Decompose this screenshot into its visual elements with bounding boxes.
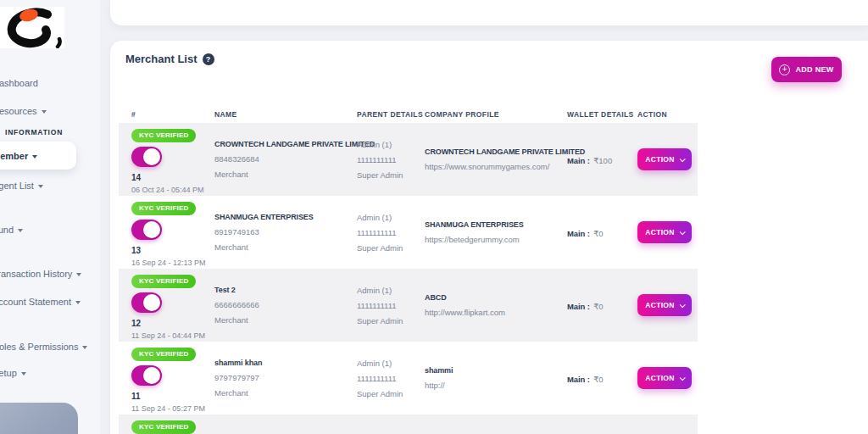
- parent-phone: 1111111111: [357, 228, 425, 237]
- chevron-down-icon: [21, 372, 26, 376]
- kyc-verified-badge: KYC VERIFIED: [131, 202, 196, 215]
- row-wallet-cell: Main : ₹0: [567, 196, 637, 269]
- sidebar-promo-card: [0, 403, 78, 434]
- merchant-list-card: Merchant List ? ADD NEW # NAME PARENT DE…: [110, 41, 868, 434]
- action-button[interactable]: ACTION: [637, 148, 692, 170]
- merchant-name: SHANMUGA ENTERPRISES: [214, 213, 357, 221]
- plus-icon: [779, 64, 790, 75]
- chevron-down-icon: [18, 229, 23, 232]
- status-toggle[interactable]: [131, 292, 162, 313]
- action-button[interactable]: ACTION: [637, 221, 692, 243]
- row-action-cell: [637, 415, 698, 434]
- wallet-label: Main :: [567, 302, 590, 311]
- table-header: # NAME PARENT DETAILS COMPANY PROFILE WA…: [119, 105, 698, 123]
- column-header-index: #: [131, 110, 214, 119]
- row-name-cell: CROWNTECH LANDGAME PRIVATE LIMITED 88483…: [214, 123, 357, 196]
- company-url[interactable]: https://betedgerummy.com: [425, 235, 567, 244]
- sidebar-section-information: INFORMATION: [5, 128, 63, 136]
- action-button[interactable]: ACTION: [637, 367, 692, 389]
- sidebar-item-resources[interactable]: Resources: [0, 106, 47, 116]
- row-wallet-cell: Main : ₹100: [567, 123, 637, 196]
- toggle-knob: [143, 148, 160, 165]
- company-name: ABCD: [425, 293, 567, 302]
- merchant-phone: 6666666666: [214, 300, 357, 309]
- wallet-label: Main :: [567, 156, 590, 165]
- sidebar-item-dashboard[interactable]: Dashboard: [0, 78, 38, 88]
- row-company-cell: SHANMUGA ENTERPRISES https://betedgerumm…: [425, 196, 567, 269]
- row-status-cell: KYC VERIFIED 12 11 Sep 24 - 04:44 PM: [131, 269, 214, 342]
- merchant-role: Merchant: [214, 170, 357, 179]
- row-status-cell: KYC VERIFIED 13 16 Sep 24 - 12:13 PM: [131, 196, 214, 269]
- parent-role: Super Admin: [357, 170, 425, 180]
- parent-role: Super Admin: [357, 243, 425, 253]
- chevron-down-icon: [75, 301, 81, 304]
- sidebar-item-member[interactable]: Member: [0, 142, 76, 170]
- company-url[interactable]: http://www.flipkart.com: [425, 308, 567, 317]
- status-toggle[interactable]: [131, 147, 162, 167]
- action-button[interactable]: ACTION: [637, 294, 692, 316]
- help-icon[interactable]: ?: [203, 53, 214, 65]
- chevron-down-icon: [679, 375, 685, 381]
- row-parent-cell: [357, 415, 425, 434]
- sidebar-item-setup[interactable]: Setup: [0, 368, 26, 378]
- add-new-button[interactable]: ADD NEW: [771, 57, 842, 82]
- merchant-name: Test 2: [214, 286, 357, 294]
- row-company-cell: ABCD http://www.flipkart.com: [425, 269, 567, 342]
- merchant-rows: KYC VERIFIED 14 06 Oct 24 - 05:44 PM CRO…: [119, 123, 698, 434]
- merchant-role: Merchant: [214, 388, 357, 398]
- merchant-id: 11: [131, 392, 141, 401]
- merchant-date: 06 Oct 24 - 05:44 PM: [131, 186, 204, 194]
- sidebar-item-account-statement[interactable]: Account Statement: [0, 297, 81, 307]
- status-toggle[interactable]: [131, 365, 162, 386]
- merchant-id: 14: [131, 173, 141, 182]
- row-name-cell: SHANMUGA ENTERPRISES 8919749163 Merchant: [214, 196, 357, 269]
- row-name-cell: [214, 415, 357, 434]
- toggle-knob: [143, 221, 160, 238]
- sidebar-item-transaction-history[interactable]: Transaction History: [0, 269, 81, 279]
- kyc-verified-badge: KYC VERIFIED: [131, 275, 196, 288]
- parent-phone: 1111111111: [357, 301, 425, 310]
- parent-name: Admin (1): [357, 140, 425, 149]
- company-url[interactable]: http://: [425, 381, 567, 390]
- merchant-date: 16 Sep 24 - 12:13 PM: [131, 259, 206, 267]
- merchant-role: Merchant: [214, 242, 357, 252]
- row-status-cell: KYC VERIFIED 14 06 Oct 24 - 05:44 PM: [131, 123, 214, 196]
- chevron-down-icon: [679, 156, 685, 162]
- row-action-cell: ACTION: [637, 342, 698, 415]
- table-row: KYC VERIFIED 14 06 Oct 24 - 05:44 PM CRO…: [119, 123, 698, 196]
- table-row: KYC VERIFIED 11 11 Sep 24 - 05:27 PM sha…: [119, 342, 698, 415]
- row-company-cell: [425, 415, 567, 434]
- company-name: SHANMUGA ENTERPRISES: [425, 220, 567, 229]
- column-header-action: ACTION: [637, 110, 698, 119]
- merchant-name: CROWNTECH LANDGAME PRIVATE LIMITED: [214, 140, 357, 148]
- brand-logo[interactable]: [0, 7, 64, 48]
- brand-swoosh-icon: [0, 7, 64, 48]
- column-header-wallet-details: WALLET DETAILS: [567, 110, 637, 119]
- action-button-label: ACTION: [645, 155, 674, 164]
- merchant-date: 11 Sep 24 - 05:27 PM: [131, 404, 205, 413]
- status-toggle[interactable]: [131, 220, 162, 240]
- kyc-verified-badge: KYC VERIFIED: [131, 420, 196, 434]
- row-company-cell: CROWNTECH LANDGAME PRIVATE LIMITED https…: [425, 123, 567, 196]
- sidebar-item-roles-permissions[interactable]: Roles & Permissions: [0, 342, 87, 352]
- merchant-table: # NAME PARENT DETAILS COMPANY PROFILE WA…: [119, 105, 698, 434]
- company-name: shammi: [425, 366, 567, 375]
- row-action-cell: ACTION: [637, 123, 698, 196]
- row-status-cell: KYC VERIFIED: [131, 415, 214, 434]
- parent-phone: 1111111111: [357, 155, 425, 164]
- sidebar-item-fund[interactable]: Fund: [0, 225, 23, 235]
- column-header-name: NAME: [214, 110, 357, 119]
- sidebar-item-agent-list[interactable]: Agent List: [0, 181, 43, 191]
- row-action-cell: ACTION: [637, 269, 698, 342]
- row-company-cell: shammi http://: [425, 342, 567, 415]
- row-parent-cell: Admin (1) 1111111111 Super Admin: [357, 342, 425, 415]
- app-root: Dashboard Resources INFORMATION Member A…: [0, 0, 868, 434]
- chevron-down-icon: [679, 229, 685, 235]
- action-button-label: ACTION: [645, 228, 674, 236]
- row-action-cell: ACTION: [637, 196, 698, 269]
- company-url[interactable]: https://www.snorummygames.com/: [425, 162, 567, 171]
- action-button-label: ACTION: [645, 374, 674, 382]
- row-wallet-cell: [567, 415, 637, 434]
- row-parent-cell: Admin (1) 1111111111 Super Admin: [357, 269, 425, 342]
- table-row: KYC VERIFIED 13 16 Sep 24 - 12:13 PM SHA…: [119, 196, 698, 269]
